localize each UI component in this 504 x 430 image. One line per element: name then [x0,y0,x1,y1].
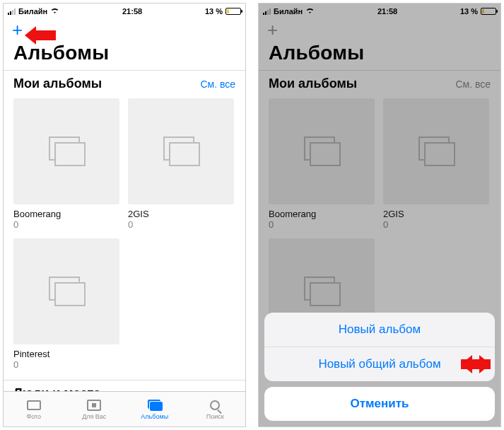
battery-pct: 13 % [205,7,223,16]
search-icon [207,399,223,412]
for-you-icon [86,399,102,412]
add-button[interactable]: + [12,21,23,39]
tutorial-arrow-icon [25,26,56,45]
tab-bar: Фото Для Вас Альбомы Поиск [4,391,245,426]
cancel-button[interactable]: Отменить [264,387,495,421]
carrier-label: Билайн [18,7,47,16]
album-item[interactable]: 2GIS 0 [128,98,234,230]
album-count: 0 [13,359,119,370]
status-bar: Билайн 21:58 13 % [4,4,245,18]
album-count: 0 [13,219,119,230]
album-thumb-icon [13,238,119,344]
album-thumb-icon [13,98,119,204]
album-name: Boomerang [13,209,119,219]
album-name: 2GIS [128,209,234,219]
screenshot-right: Билайн 21:58 13 % + Альбомы [258,3,501,427]
album-thumb-icon [128,98,234,204]
photo-icon [26,399,42,412]
album-count: 0 [128,219,234,230]
see-all-link[interactable]: См. все [200,79,235,90]
signal-icon [8,8,16,15]
tab-search[interactable]: Поиск [185,392,246,426]
page-title: Альбомы [4,42,245,70]
tab-photo[interactable]: Фото [4,392,64,426]
album-item[interactable]: Boomerang 0 [13,98,119,230]
tab-label: Альбомы [141,413,168,420]
section-my-albums: Мои альбомы См. все [4,70,245,95]
clock: 21:58 [122,7,142,16]
new-album-button[interactable]: Новый альбом [264,313,495,347]
album-name: Pinterest [13,349,119,359]
albums-grid: Boomerang 0 2GIS 0 Pinterest 0 [4,95,245,376]
tutorial-arrow-icon [461,355,491,373]
screenshot-left: Билайн 21:58 13 % + Альбомы Мои альбомы … [3,3,246,427]
tab-label: Фото [26,413,41,420]
tab-label: Поиск [206,413,224,420]
album-item[interactable]: Pinterest 0 [13,238,119,370]
wifi-icon [50,7,59,16]
tab-albums[interactable]: Альбомы [124,392,185,426]
tab-for-you[interactable]: Для Вас [64,392,125,426]
section-label: Мои альбомы [13,76,102,91]
tab-label: Для Вас [82,413,106,420]
albums-icon [147,399,163,412]
battery-icon [225,8,241,15]
